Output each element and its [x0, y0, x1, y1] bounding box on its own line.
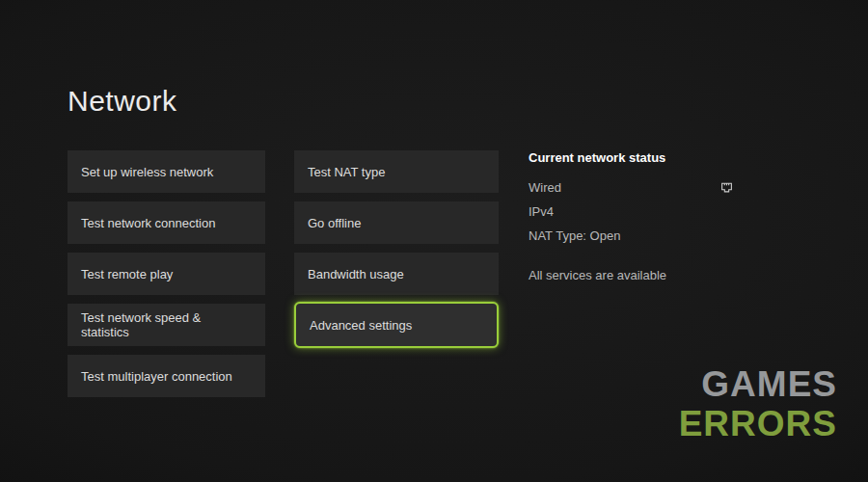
- button-set-up-wireless-network[interactable]: Set up wireless network: [68, 150, 265, 193]
- watermark: GAMES ERRORS: [679, 364, 837, 443]
- button-go-offline[interactable]: Go offline: [294, 201, 499, 244]
- network-status-panel: Current network status Wired IPv4 NAT Ty…: [529, 150, 733, 282]
- status-row-ip: IPv4: [529, 204, 733, 219]
- button-test-network-speed-statistics[interactable]: Test network speed & statistics: [68, 304, 265, 346]
- button-test-multiplayer-connection[interactable]: Test multiplayer connection: [68, 355, 265, 397]
- network-settings-screen: Network Set up wireless network Test net…: [0, 0, 868, 482]
- ip-version-label: IPv4: [529, 204, 554, 219]
- watermark-line-games: GAMES: [679, 364, 837, 404]
- nat-type-label: NAT Type: Open: [529, 228, 620, 243]
- button-test-remote-play[interactable]: Test remote play: [68, 253, 265, 295]
- status-header: Current network status: [529, 150, 733, 165]
- button-test-network-connection[interactable]: Test network connection: [68, 201, 265, 244]
- services-status-label: All services are available: [529, 268, 733, 282]
- status-row-nat: NAT Type: Open: [529, 228, 733, 243]
- watermark-line-errors: ERRORS: [679, 404, 837, 443]
- middle-button-column: Test NAT type Go offline Bandwidth usage…: [294, 150, 499, 346]
- left-button-column: Set up wireless network Test network con…: [68, 150, 265, 397]
- button-test-nat-type[interactable]: Test NAT type: [294, 150, 499, 193]
- status-row-connection: Wired: [529, 180, 733, 195]
- page-title: Network: [68, 85, 177, 118]
- button-bandwidth-usage[interactable]: Bandwidth usage: [294, 253, 499, 295]
- button-advanced-settings[interactable]: Advanced settings: [294, 302, 499, 348]
- connection-type-label: Wired: [529, 180, 561, 195]
- ethernet-icon: [720, 181, 733, 194]
